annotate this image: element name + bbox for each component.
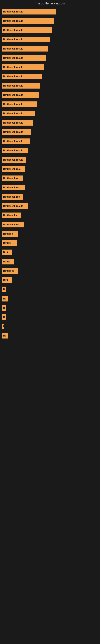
bottleneck-bar: Bottleneck r xyxy=(2,212,21,218)
bottleneck-bar: Bottleneck resu xyxy=(2,166,25,172)
bar-row: Bottleneck result xyxy=(2,55,98,61)
bottleneck-bar: B xyxy=(2,305,6,311)
bottleneck-bar: Bottleneck result xyxy=(2,27,51,33)
bottleneck-bar: Bottleneck result xyxy=(2,64,44,70)
bar-label: Bottleneck res xyxy=(3,196,20,198)
site-title-text: TheBottlenecker.com xyxy=(35,2,65,5)
bar-row: B xyxy=(2,305,98,311)
bar-row: Bottleneck re xyxy=(2,176,98,181)
bar-row: Bottleneck resu xyxy=(2,222,98,228)
bar-label: Bottleneck result xyxy=(3,47,23,50)
bottleneck-bar: Bottleneck resu xyxy=(2,222,24,228)
bar-row: B xyxy=(2,286,98,292)
bar-label: Bott xyxy=(3,279,8,282)
bar-row: Bottleneck result xyxy=(2,92,98,98)
bar-row: Bottleneck resu xyxy=(2,166,98,172)
bar-row: Bottleneck result xyxy=(2,157,98,162)
bar-row: Bottlen xyxy=(2,240,98,246)
bar-label: Bottleneck result xyxy=(3,140,23,143)
bar-row: Bottlene xyxy=(2,231,98,237)
bottleneck-bar: Bottleneck result xyxy=(2,129,31,135)
bar-row: Bottleneck result xyxy=(2,9,98,14)
bar-row: Bo xyxy=(2,296,98,302)
bar-row: Bottleneck result xyxy=(2,102,98,107)
bar-label: Bottleneck result xyxy=(3,149,23,152)
bottleneck-bar: Bottleneck result xyxy=(2,83,40,88)
bottleneck-bar: Bottleneck result xyxy=(2,46,49,52)
bottleneck-bar: Bottleneck resu xyxy=(2,185,25,190)
bar-label: Bottleneck result xyxy=(3,20,23,22)
bottleneck-bar: Bottleneck result xyxy=(2,148,28,153)
bottleneck-bar: Bo xyxy=(2,333,8,338)
bar-row: Bottleneck result xyxy=(2,46,98,52)
bar-row: Bottleneck res xyxy=(2,194,98,200)
bottleneck-bar: Bottleneck result xyxy=(2,37,50,42)
bar-label: Bottleneck result xyxy=(3,66,23,69)
bar-label: Bottleneck result xyxy=(3,29,23,32)
bottleneck-bar: Bottleneck res xyxy=(2,194,23,200)
bar-label: Bottleneck result xyxy=(3,84,23,87)
bar-label: Bo xyxy=(3,334,6,337)
bar-row: Bott xyxy=(2,250,98,255)
bar-label: Bottlen xyxy=(3,242,11,244)
bar-label: Bottleneck resu xyxy=(3,186,21,189)
bottleneck-bar: Bottleneck result xyxy=(2,138,30,144)
bar-label: Bottleneck result xyxy=(3,103,23,106)
bar-row: Bottlenec xyxy=(2,268,98,274)
bottleneck-bar: Bott xyxy=(2,250,12,255)
bar-row: Bottleneck result xyxy=(2,27,98,33)
bar-label: Bott xyxy=(3,251,8,254)
bar-row: Bo xyxy=(2,333,98,338)
bar-row: Bottleneck resu xyxy=(2,185,98,190)
bar-label: B xyxy=(3,316,5,318)
bottleneck-bar: Bottleneck re xyxy=(2,176,23,181)
bottleneck-bar: Bott xyxy=(2,277,12,283)
bar-label: Bottleneck result xyxy=(3,121,23,124)
bottleneck-bar: Bottleneck result xyxy=(2,111,35,116)
bottleneck-bar: Bottlene xyxy=(2,231,18,237)
bottleneck-bar: Bottleneck result xyxy=(2,55,46,61)
bar-label: Bottleneck resu xyxy=(3,223,21,226)
bottleneck-bar: Bottleneck result xyxy=(2,120,33,126)
bottleneck-bar: Bottlenec xyxy=(2,268,18,274)
bar-row: Bottle xyxy=(2,259,98,264)
bar-row: Bottleneck result xyxy=(2,111,98,116)
bar-label: B xyxy=(3,306,5,309)
bar-label: Bottleneck result xyxy=(3,75,23,78)
bar-row: Bottleneck result xyxy=(2,18,98,24)
bar-label: Bottleneck result xyxy=(3,56,23,59)
bar-label: Bottle xyxy=(3,260,10,263)
bar-row: Bottleneck result xyxy=(2,148,98,153)
bar-row: Bottleneck result xyxy=(2,120,98,126)
bottleneck-bar: Bo xyxy=(2,296,8,302)
bar-label: Bottleneck result xyxy=(3,130,23,134)
bar-label: Bottleneck result xyxy=(3,205,23,208)
bar-row: Bottleneck result xyxy=(2,129,98,135)
bar-label: Bottleneck resu xyxy=(3,168,21,170)
bar-row: Bottleneck result xyxy=(2,203,98,209)
bottleneck-bar: Bottleneck result xyxy=(2,74,42,79)
bar-row: Bottleneck result xyxy=(2,64,98,70)
bar-label: I xyxy=(3,325,4,328)
bar-label: Bottlenec xyxy=(3,270,14,272)
bar-label: Bottlene xyxy=(3,232,13,235)
bar-label: Bottleneck result xyxy=(3,94,23,96)
bar-label: Bottleneck result xyxy=(3,112,23,115)
bar-label: Bottleneck result xyxy=(3,158,23,161)
bar-row: Bottleneck result xyxy=(2,37,98,42)
bottleneck-bar: Bottlen xyxy=(2,240,17,246)
bar-label: Bottleneck re xyxy=(3,177,18,180)
bar-label: Bottleneck result xyxy=(3,10,23,13)
site-title: TheBottlenecker.com xyxy=(0,0,100,7)
bottleneck-bar: B xyxy=(2,286,6,292)
bar-row: Bottleneck result xyxy=(2,74,98,79)
bottleneck-bar: Bottleneck result xyxy=(2,18,54,24)
bottleneck-bar: Bottle xyxy=(2,259,14,264)
bottleneck-bar: Bottleneck result xyxy=(2,102,37,107)
bar-row: Bott xyxy=(2,277,98,283)
bars-container: Bottleneck resultBottleneck resultBottle… xyxy=(0,7,100,344)
bar-label: Bo xyxy=(3,297,6,300)
bar-label: Bottleneck r xyxy=(3,214,17,217)
bar-label: Bottleneck result xyxy=(3,38,23,41)
bottleneck-bar: Bottleneck result xyxy=(2,9,56,14)
